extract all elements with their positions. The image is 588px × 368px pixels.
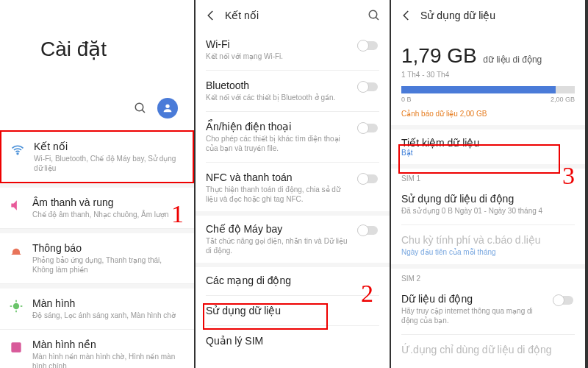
sound-icon <box>9 198 24 213</box>
toggle-bluetooth[interactable] <box>357 81 379 93</box>
header-actions <box>0 98 194 130</box>
bar-labels: 0 B 2,00 GB <box>391 93 585 105</box>
bar-min: 0 B <box>401 96 412 103</box>
search-icon[interactable] <box>368 9 381 22</box>
entry-sub: Thực hiện thanh toán di động, chia sẻ dữ… <box>206 185 379 204</box>
usage-label: dữ liệu di động <box>483 54 542 65</box>
entry-title: Ẩn/hiện điện thoại <box>206 121 379 132</box>
settings-panel: Cài đặt Kết nối Wi-Fi, Bluetooth, Chế độ… <box>0 0 196 368</box>
entry-title: Các mạng di động <box>206 275 379 286</box>
usage-date-range: 1 Th4 - 30 Th4 <box>391 69 585 86</box>
entry-sim-mgmt[interactable]: Quản lý SIM <box>196 328 390 354</box>
svg-point-2 <box>165 105 169 108</box>
item-title: Kết nối <box>34 141 182 152</box>
entry-nfc[interactable]: NFC và thanh toán Thực hiện thanh toán d… <box>196 164 390 211</box>
entry-title: Ứ.dụng chỉ dùng dữ liệu di động <box>401 344 575 355</box>
wifi-icon <box>10 142 25 157</box>
annotation-number-3: 3 <box>562 162 575 190</box>
settings-list: Kết nối Wi-Fi, Bluetooth, Chế độ Máy bay… <box>0 130 194 368</box>
toggle-visibility[interactable] <box>357 122 379 134</box>
item-title: Màn hình <box>32 297 184 309</box>
entry-title: Dữ liệu di động <box>401 293 575 305</box>
settings-item-connections[interactable]: Kết nối Wi-Fi, Bluetooth, Chế độ Máy bay… <box>0 130 194 183</box>
entry-title: Wi-Fi <box>206 38 379 50</box>
back-icon[interactable] <box>204 9 218 22</box>
entry-sub: Đã sử dụng 0 B Ngày 01 - Ngày 30 tháng 4 <box>401 206 575 216</box>
header-title: Sử dụng dữ liệu <box>420 10 576 21</box>
entry-title: Sử dụng dữ liệu di động <box>401 193 575 205</box>
item-title: Màn hình nền <box>32 339 184 350</box>
entry-sub: Hãy truy cập internet thông qua mạng di … <box>401 306 575 325</box>
settings-item-notifications[interactable]: Thông báo Phỏng bảo ứng dụng, Thanh trạn… <box>0 233 194 284</box>
back-icon[interactable] <box>400 9 413 22</box>
entry-sim2-only: Ứ.dụng chỉ dùng dữ liệu di động <box>391 336 585 363</box>
wallpaper-icon <box>9 340 24 355</box>
toggle-mobile-data[interactable] <box>553 294 575 306</box>
header-title: Kết nối <box>225 10 368 21</box>
svg-line-1 <box>142 110 145 113</box>
entry-sim1-usage[interactable]: Sử dụng dữ liệu di động Đã sử dụng 0 B N… <box>391 185 585 223</box>
entry-title: Chế độ Máy bay <box>206 223 379 235</box>
toggle-airplane[interactable] <box>357 224 379 236</box>
svg-point-3 <box>17 153 18 155</box>
annotation-box-2 <box>203 303 328 330</box>
usage-bar <box>391 86 585 93</box>
svg-point-4 <box>13 303 19 309</box>
entry-wifi[interactable]: Wi-Fi Kết nối với mạng Wi-Fi. <box>196 31 390 68</box>
item-title: Thông báo <box>32 242 184 254</box>
settings-item-display[interactable]: Màn hình Độ sáng, Lọc ánh sáng xanh, Màn… <box>0 289 194 330</box>
search-icon[interactable] <box>134 102 147 115</box>
bar-max: 2,00 GB <box>551 96 575 103</box>
svg-point-10 <box>369 10 377 18</box>
display-icon <box>9 299 24 314</box>
entry-title: Bluetooth <box>206 79 379 91</box>
entry-sub: Tắt chức năng gọi điện, nhắn tin và Dữ l… <box>206 236 379 255</box>
entry-airplane[interactable]: Chế độ Máy bay Tắt chức năng gọi điện, n… <box>196 216 390 263</box>
item-sub: Độ sáng, Lọc ánh sáng xanh, Màn hình chờ <box>32 311 184 320</box>
entry-sub: Cho phép các thiết bị khác tìm điện thoạ… <box>206 134 379 153</box>
annotation-box-3 <box>398 144 560 174</box>
entry-visibility[interactable]: Ẩn/hiện điện thoại Cho phép các thiết bị… <box>196 113 390 160</box>
entry-title: Chu kỳ tính phí và c.báo d.liệu <box>401 234 575 246</box>
annotation-number-1: 1 <box>171 200 184 228</box>
entry-sub: Kết nối với các thiết bị Bluetooth ở gần… <box>206 93 379 102</box>
account-avatar[interactable] <box>157 98 178 118</box>
entry-sub: Ngày đầu tiên của mỗi tháng <box>401 247 575 257</box>
item-title: Âm thanh và rung <box>32 197 184 208</box>
svg-line-11 <box>376 17 379 20</box>
item-sub: Chế độ âm thanh, Nhạc chuông, Âm lượn <box>32 210 184 219</box>
notification-icon <box>9 244 24 258</box>
settings-item-wallpaper[interactable]: Màn hình nền Màn hình nền màn hình chờ, … <box>0 330 194 368</box>
entry-bluetooth[interactable]: Bluetooth Kết nối với các thiết bị Bluet… <box>196 72 390 110</box>
entry-sub: Kết nối với mạng Wi-Fi. <box>206 52 379 61</box>
annotation-number-2: 2 <box>361 280 373 308</box>
entry-title: Quản lý SIM <box>206 335 379 347</box>
data-warning: Cảnh báo dữ liệu 2,00 GB <box>391 105 585 125</box>
item-sub: Phỏng bảo ứng dụng, Thanh trạng thái, Kh… <box>32 255 184 275</box>
panel-header: Sử dụng dữ liệu <box>391 0 585 31</box>
svg-point-0 <box>135 103 143 111</box>
toggle-nfc[interactable] <box>357 173 379 185</box>
panel-header: Kết nối <box>196 0 390 31</box>
section-sim2: SIM 2 <box>391 269 585 286</box>
toggle-wifi[interactable] <box>357 40 379 52</box>
item-sub: Màn hình nền màn hình chờ, Hình nền màn … <box>32 352 184 368</box>
entry-sim1-cycle: Chu kỳ tính phí và c.báo d.liệu Ngày đầu… <box>391 227 585 264</box>
usage-amount: 1,79 GB dữ liệu di động <box>391 31 585 69</box>
usage-value: 1,79 GB <box>401 44 477 67</box>
settings-title: Cài đặt <box>0 0 194 98</box>
settings-item-sound[interactable]: Âm thanh và rung Chế độ âm thanh, Nhạc c… <box>0 188 194 229</box>
svg-rect-9 <box>11 342 21 352</box>
data-usage-panel: Sử dụng dữ liệu 1,79 GB dữ liệu di động … <box>391 0 587 368</box>
entry-title: NFC và thanh toán <box>206 171 379 183</box>
item-sub: Wi-Fi, Bluetooth, Chế độ Máy bay, Sử dụn… <box>34 154 182 173</box>
connections-panel: Kết nối Wi-Fi Kết nối với mạng Wi-Fi. Bl… <box>196 0 391 368</box>
entry-sim2-mobile-data[interactable]: Dữ liệu di động Hãy truy cập internet th… <box>391 286 585 333</box>
